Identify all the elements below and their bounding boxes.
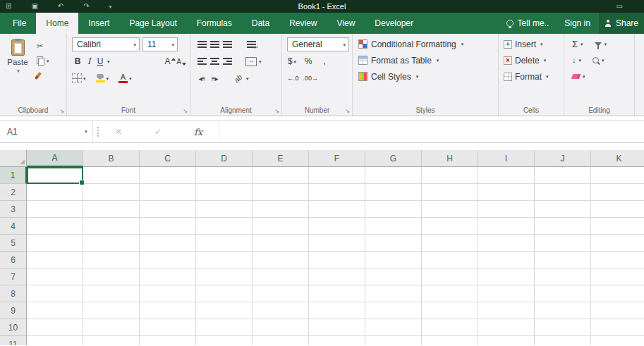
tab-data[interactable]: Data bbox=[242, 13, 279, 34]
column-header-D[interactable]: D bbox=[196, 150, 253, 167]
column-header-H[interactable]: H bbox=[422, 150, 478, 167]
paste-button[interactable]: Paste ▾ bbox=[3, 36, 32, 104]
decrease-indent-button[interactable]: ◂≡ bbox=[195, 72, 208, 85]
row-header-7[interactable]: 7 bbox=[0, 268, 27, 285]
ribbon-display-options-icon[interactable]: ▭ bbox=[616, 3, 623, 10]
cut-button[interactable]: ✂ bbox=[37, 41, 49, 51]
format-as-table-button[interactable]: Format as Table ▾ bbox=[356, 52, 495, 68]
row-header-2[interactable]: 2 bbox=[0, 184, 27, 201]
row-header-1[interactable]: 1 bbox=[0, 167, 27, 184]
insert-cells-button[interactable]: + Insert ▾ bbox=[502, 36, 561, 52]
dropdown-caret-icon: ▾ bbox=[107, 76, 109, 81]
insert-label: Insert bbox=[515, 39, 536, 49]
number-format-combo[interactable]: General ▾ bbox=[287, 37, 349, 51]
orientation-button[interactable]: ab bbox=[232, 72, 245, 85]
name-box[interactable]: A1 ▼ bbox=[0, 121, 93, 142]
align-left-button[interactable] bbox=[195, 55, 208, 68]
tab-page-layout[interactable]: Page Layout bbox=[119, 13, 186, 34]
tab-view[interactable]: View bbox=[327, 13, 365, 34]
tab-developer[interactable]: Developer bbox=[365, 13, 423, 34]
clipboard-dialog-launcher-icon[interactable]: ↘ bbox=[59, 109, 64, 114]
increase-decimal-button[interactable]: ←.0 bbox=[287, 72, 299, 85]
row-header-11[interactable]: 11 bbox=[0, 336, 27, 345]
dropdown-caret-icon: ▾ bbox=[583, 74, 585, 79]
font-dialog-launcher-icon[interactable]: ↘ bbox=[183, 109, 188, 114]
sign-in-button[interactable]: Sign in bbox=[556, 13, 599, 34]
comma-style-button[interactable]: , bbox=[320, 55, 329, 68]
cell-grid[interactable] bbox=[27, 167, 644, 345]
format-painter-button[interactable] bbox=[37, 70, 49, 80]
enter-icon[interactable]: ✓ bbox=[154, 127, 162, 137]
sort-filter-button[interactable]: ▾ bbox=[595, 42, 607, 47]
row-header-10[interactable]: 10 bbox=[0, 319, 27, 336]
bold-button[interactable]: B bbox=[72, 55, 83, 68]
borders-button[interactable]: ▾ bbox=[72, 72, 86, 85]
conditional-formatting-button[interactable]: Conditional Formatting ▾ bbox=[356, 36, 495, 52]
merge-center-button[interactable]: ↔ bbox=[245, 55, 257, 68]
column-header-I[interactable]: I bbox=[478, 150, 535, 167]
column-header-C[interactable]: C bbox=[140, 150, 196, 167]
row-header-5[interactable]: 5 bbox=[0, 235, 27, 252]
align-right-button[interactable] bbox=[221, 55, 233, 68]
font-size-combo[interactable]: 11 ▾ bbox=[142, 37, 178, 51]
autosum-button[interactable]: Σ ▾ bbox=[572, 39, 583, 49]
alignment-dialog-launcher-icon[interactable]: ↘ bbox=[274, 109, 279, 114]
tab-review[interactable]: Review bbox=[279, 13, 327, 34]
fill-color-bar bbox=[96, 80, 105, 82]
wrap-text-button[interactable]: ↩ bbox=[245, 38, 257, 51]
clear-button[interactable]: ▾ bbox=[572, 74, 585, 79]
tab-file[interactable]: File bbox=[3, 13, 36, 34]
row-header-9[interactable]: 9 bbox=[0, 302, 27, 319]
middle-align-button[interactable] bbox=[208, 38, 221, 51]
column-header-K[interactable]: K bbox=[591, 150, 644, 167]
tab-formulas[interactable]: Formulas bbox=[187, 13, 242, 34]
accounting-format-button[interactable]: $ ▾ bbox=[287, 55, 297, 68]
font-color-button[interactable]: A ▾ bbox=[119, 72, 132, 85]
column-header-F[interactable]: F bbox=[309, 150, 365, 167]
cell-styles-button[interactable]: Cell Styles ▾ bbox=[356, 68, 495, 85]
format-cells-button[interactable]: Format ▾ bbox=[502, 68, 561, 85]
font-size-value: 11 bbox=[147, 39, 156, 49]
tab-insert[interactable]: Insert bbox=[78, 13, 119, 34]
number-dialog-launcher-icon[interactable]: ↘ bbox=[345, 109, 350, 114]
row-header-4[interactable]: 4 bbox=[0, 218, 27, 235]
row-header-3[interactable]: 3 bbox=[0, 201, 27, 218]
decrease-font-size-button[interactable]: A bbox=[176, 55, 187, 68]
increase-indent-button[interactable]: ≡▸ bbox=[208, 72, 221, 85]
select-all-corner[interactable]: ◢ bbox=[0, 150, 27, 167]
underline-button[interactable]: U bbox=[95, 55, 106, 68]
formula-input[interactable] bbox=[219, 121, 644, 142]
decrease-decimal-button[interactable]: .00→ bbox=[303, 72, 319, 85]
middle-align-icon bbox=[210, 41, 219, 48]
cells-group: + Insert ▾ × Delete ▾ Format ▾ Cells bbox=[499, 34, 564, 116]
active-cell-selection[interactable] bbox=[27, 167, 83, 184]
cancel-icon[interactable]: ✕ bbox=[115, 127, 122, 137]
top-align-button[interactable] bbox=[195, 38, 208, 51]
italic-button[interactable]: I bbox=[83, 55, 95, 68]
find-select-button[interactable]: ▾ bbox=[593, 57, 604, 63]
cell-styles-label: Cell Styles bbox=[371, 72, 411, 82]
column-header-B[interactable]: B bbox=[83, 150, 140, 167]
bottom-align-button[interactable] bbox=[221, 38, 233, 51]
increase-font-size-button[interactable]: A bbox=[164, 55, 176, 68]
column-header-E[interactable]: E bbox=[253, 150, 309, 167]
copy-button[interactable]: ▾ bbox=[37, 56, 49, 66]
insert-function-icon[interactable]: fx bbox=[194, 127, 202, 137]
column-header-A[interactable]: A bbox=[27, 150, 83, 167]
delete-cells-button[interactable]: × Delete ▾ bbox=[502, 52, 561, 68]
column-header-J[interactable]: J bbox=[535, 150, 591, 167]
font-group: Calibri ▾ 11 ▾ B I U ▾ A A bbox=[67, 34, 190, 116]
align-center-button[interactable] bbox=[208, 55, 221, 68]
underline-caret-icon[interactable]: ▾ bbox=[107, 59, 110, 64]
percent-style-button[interactable]: % bbox=[303, 55, 313, 68]
styles-group: Conditional Formatting ▾ Format as Table… bbox=[353, 34, 499, 116]
tell-me-box[interactable]: Tell me.. bbox=[499, 13, 557, 34]
tab-home[interactable]: Home bbox=[36, 13, 78, 34]
font-name-combo[interactable]: Calibri ▾ bbox=[72, 37, 140, 51]
row-header-8[interactable]: 8 bbox=[0, 285, 27, 302]
fill-button[interactable]: ↓ ▾ bbox=[572, 56, 581, 64]
fill-color-button[interactable]: ▾ bbox=[96, 72, 109, 85]
share-button[interactable]: Share bbox=[599, 13, 644, 34]
row-header-6[interactable]: 6 bbox=[0, 252, 27, 268]
column-header-G[interactable]: G bbox=[365, 150, 422, 167]
